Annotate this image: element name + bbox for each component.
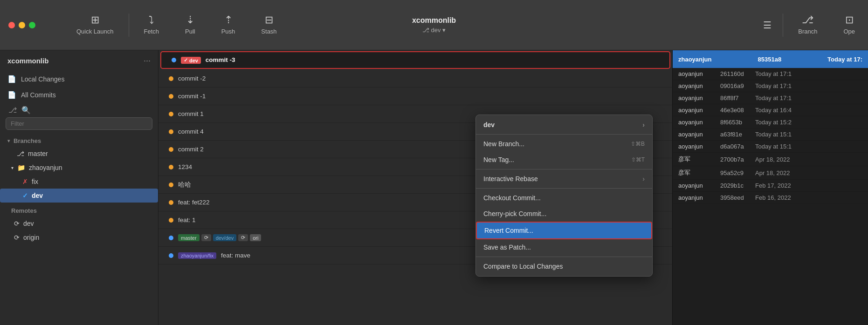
- remotes-section-header[interactable]: Remotes: [0, 203, 158, 217]
- check-icon: ✓: [184, 57, 188, 63]
- commit-text-0: commit -3: [206, 56, 235, 63]
- minimize-button[interactable]: [19, 22, 25, 28]
- commit-dot-1: [169, 76, 173, 81]
- detail-hash: 8f6653b: [720, 119, 755, 126]
- branch-check-tag: ✓ dev: [181, 57, 201, 64]
- push-icon: ⇡: [224, 15, 233, 25]
- branches-section-header[interactable]: ▾ Branches: [0, 133, 158, 147]
- all-commits-label: All Commits: [21, 91, 56, 99]
- pull-label: Pull: [185, 28, 195, 35]
- commit-dot-10: [169, 236, 173, 240]
- ctx-separator-3: [476, 188, 652, 189]
- commit-graph-10: [164, 236, 178, 240]
- header-date: Today at 17:: [827, 56, 862, 63]
- all-commits-icon: 📄: [7, 91, 16, 99]
- detail-date: Feb 17, 2022: [755, 182, 791, 189]
- ctx-cherry-pick-label: Cherry-pick Commit...: [483, 210, 645, 217]
- commit-msg-1: commit -2: [178, 75, 667, 82]
- table-row[interactable]: aoyanjun 3958eed Feb 16, 2022: [673, 192, 868, 204]
- close-button[interactable]: [8, 22, 15, 28]
- toolbar-divider-2: [783, 14, 783, 37]
- table-row[interactable]: aoyanjun 8f6653b Today at 15:2: [673, 116, 868, 129]
- table-row[interactable]: aoyanjun 2029b1c Feb 17, 2022: [673, 180, 868, 192]
- branch-search-icon[interactable]: ⎇: [8, 106, 17, 115]
- dev-remote-label: dev: [23, 220, 34, 227]
- context-menu-header: dev ›: [476, 117, 652, 133]
- dev-branch-label: dev: [32, 192, 43, 199]
- sidebar-item-fix[interactable]: ✗ fix: [0, 175, 158, 189]
- detail-date: Today at 15:1: [755, 131, 792, 138]
- sidebar-item-dev[interactable]: ✓ dev: [0, 189, 158, 203]
- ctx-item-cherry-pick[interactable]: Cherry-pick Commit...: [476, 206, 652, 222]
- detail-hash: a63f81e: [720, 131, 755, 138]
- hamburger-icon: ☰: [763, 20, 772, 31]
- stash-button[interactable]: ⊟ Stash: [248, 0, 289, 50]
- ctx-new-tag-label: New Tag...: [483, 156, 631, 163]
- ctx-checkout-label: Checkout Commit...: [483, 194, 645, 202]
- sidebar-search-area: ⎇ 🔍: [6, 106, 152, 115]
- ctx-item-save-patch[interactable]: Save as Patch...: [476, 239, 652, 255]
- table-row[interactable]: aoyanjun 09016a9 Today at 17:1: [673, 80, 868, 92]
- filter-input[interactable]: [6, 117, 152, 130]
- detail-hash: 2700b7a: [720, 156, 755, 163]
- table-row[interactable]: ✓ dev commit -3: [160, 51, 670, 69]
- commit-dot-3: [169, 112, 173, 116]
- fetch-button[interactable]: ⤵ Fetch: [131, 0, 172, 50]
- dev-remote-icon: ⟳: [14, 220, 20, 227]
- title-bar: ⊞ Quick Launch ⤵ Fetch ⇣ Pull ⇡ Push ⊟ S…: [0, 0, 868, 50]
- commit-graph-8: [164, 200, 178, 205]
- ctx-item-revert-commit[interactable]: Revert Commit...: [476, 222, 652, 239]
- commit-graph-7: [164, 183, 178, 187]
- detail-hash: d6a067a: [720, 143, 755, 150]
- maximize-button[interactable]: [29, 22, 35, 28]
- branch-button[interactable]: ⎇ Branch: [785, 0, 830, 50]
- detail-author: aoyanjun: [678, 143, 720, 150]
- sidebar-item-master[interactable]: ⎇ master: [0, 147, 158, 161]
- ctx-item-new-branch[interactable]: New Branch... ⇧⌘B: [476, 136, 652, 152]
- label-devdev: dev/dev: [213, 234, 237, 241]
- table-row[interactable]: 彦军 95a52c9 Apr 18, 2022: [673, 166, 868, 180]
- local-changes-label: Local Changes: [21, 75, 64, 83]
- table-row[interactable]: 彦军 2700b7a Apr 18, 2022: [673, 153, 868, 166]
- table-row[interactable]: commit -1: [158, 88, 672, 105]
- branches-label: Branches: [14, 137, 41, 144]
- sidebar-item-dev-remote[interactable]: ⟳ dev: [0, 217, 158, 230]
- branches-arrow-icon: ▾: [7, 138, 10, 143]
- ctx-item-interactive-rebase[interactable]: Interactive Rebase ›: [476, 171, 652, 187]
- sidebar-item-all-commits[interactable]: 📄 All Commits: [0, 87, 158, 103]
- search-icons: ⎇ 🔍: [6, 106, 34, 115]
- repo-name: xcommonlib: [412, 16, 456, 25]
- quick-launch-button[interactable]: ⊞ Quick Launch: [63, 0, 127, 50]
- commit-dot-2: [169, 94, 173, 99]
- master-branch-label: master: [28, 150, 48, 157]
- title-center: xcommonlib ⎇ dev ▾: [412, 16, 456, 34]
- table-row[interactable]: aoyanjun 86ff8f7 Today at 17:1: [673, 92, 868, 104]
- sidebar-item-local-changes[interactable]: 📄 Local Changes: [0, 71, 158, 87]
- current-branch: dev: [431, 27, 441, 34]
- search-icon[interactable]: 🔍: [21, 106, 31, 115]
- fetch-label: Fetch: [144, 28, 159, 35]
- table-row[interactable]: aoyanjun d6a067a Today at 15:1: [673, 141, 868, 153]
- sidebar-more-button[interactable]: ···: [144, 56, 151, 66]
- commit-graph-2: [164, 94, 178, 99]
- ctx-save-patch-label: Save as Patch...: [483, 244, 645, 251]
- ctx-item-compare[interactable]: Compare to Local Changes: [476, 258, 652, 274]
- commit-graph-6: [164, 165, 178, 169]
- pull-button[interactable]: ⇣ Pull: [172, 0, 208, 50]
- table-row[interactable]: aoyanjun a63f81e Today at 15:1: [673, 129, 868, 141]
- hamburger-button[interactable]: ☰: [754, 0, 781, 50]
- table-row[interactable]: aoyanjun 46e3e08 Today at 16:4: [673, 104, 868, 116]
- table-row[interactable]: aoyanjun 261160d Today at 17:1: [673, 68, 868, 80]
- detail-date: Today at 17:1: [755, 70, 792, 77]
- commit-sub-msg-11: feat: mave: [221, 252, 250, 259]
- push-button[interactable]: ⇡ Push: [208, 0, 248, 50]
- sidebar-folder-zhaoyanjun[interactable]: ▾ 📁 zhaoyanjun: [0, 161, 158, 175]
- sidebar-item-origin-remote[interactable]: ⟳ origin: [0, 230, 158, 244]
- ctx-item-new-tag[interactable]: New Tag... ⇧⌘T: [476, 152, 652, 168]
- branch-info[interactable]: ⎇ dev ▾: [422, 27, 446, 34]
- detail-hash: 95a52c9: [720, 169, 755, 176]
- zhaoyanjun-folder-label: zhaoyanjun: [29, 164, 62, 171]
- open-button[interactable]: ⊡ Ope: [830, 0, 868, 50]
- ctx-item-checkout[interactable]: Checkout Commit...: [476, 190, 652, 206]
- table-row[interactable]: commit -2: [158, 70, 672, 88]
